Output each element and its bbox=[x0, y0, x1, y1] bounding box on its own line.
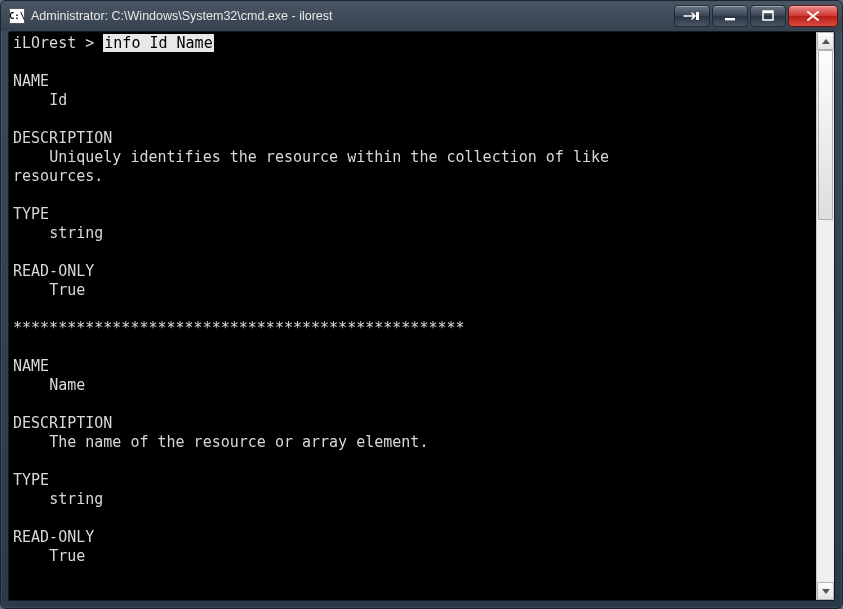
section-header: TYPE bbox=[13, 205, 49, 223]
section-value: True bbox=[49, 281, 85, 299]
scrollbar-track[interactable] bbox=[817, 50, 834, 582]
svg-rect-1 bbox=[725, 18, 735, 20]
scroll-up-button[interactable] bbox=[817, 32, 834, 50]
command-text: info Id Name bbox=[103, 34, 213, 52]
section-value: Uniquely identifies the resource within … bbox=[13, 148, 609, 185]
section-header: DESCRIPTION bbox=[13, 129, 112, 147]
section-value: Id bbox=[49, 91, 67, 109]
section-header: DESCRIPTION bbox=[13, 414, 112, 432]
section-value: True bbox=[49, 547, 85, 565]
section-value: string bbox=[49, 224, 103, 242]
app-icon: C:\ bbox=[9, 8, 25, 24]
prompt-prefix: iLOrest > bbox=[13, 34, 103, 52]
minimize-button[interactable] bbox=[712, 5, 748, 27]
divider: ****************************************… bbox=[13, 319, 465, 337]
scrollbar-thumb[interactable] bbox=[818, 50, 833, 220]
chevron-down-icon bbox=[822, 589, 830, 594]
window-buttons bbox=[674, 5, 840, 27]
share-button[interactable] bbox=[674, 5, 710, 27]
section-value: The name of the resource or array elemen… bbox=[49, 433, 428, 451]
section-header: NAME bbox=[13, 72, 49, 90]
section-header: READ-ONLY bbox=[13, 528, 94, 546]
section-value: string bbox=[49, 490, 103, 508]
section-header: READ-ONLY bbox=[13, 262, 94, 280]
maximize-button[interactable] bbox=[750, 5, 786, 27]
cmd-window: C:\ Administrator: C:\Windows\System32\c… bbox=[0, 0, 843, 609]
scroll-down-button[interactable] bbox=[817, 582, 834, 600]
window-title: Administrator: C:\Windows\System32\cmd.e… bbox=[31, 9, 332, 23]
vertical-scrollbar[interactable] bbox=[816, 32, 834, 600]
close-button[interactable] bbox=[788, 5, 838, 27]
client-area: iLOrest > info Id Name NAME Id DESCRIPTI… bbox=[8, 31, 835, 601]
console-output[interactable]: iLOrest > info Id Name NAME Id DESCRIPTI… bbox=[9, 32, 816, 600]
title-bar[interactable]: C:\ Administrator: C:\Windows\System32\c… bbox=[1, 1, 842, 31]
svg-rect-3 bbox=[763, 11, 773, 13]
svg-rect-0 bbox=[696, 12, 699, 20]
section-header: TYPE bbox=[13, 471, 49, 489]
section-header: NAME bbox=[13, 357, 49, 375]
section-value: Name bbox=[49, 376, 85, 394]
app-icon-text: C:\ bbox=[9, 11, 25, 21]
chevron-up-icon bbox=[822, 39, 830, 44]
